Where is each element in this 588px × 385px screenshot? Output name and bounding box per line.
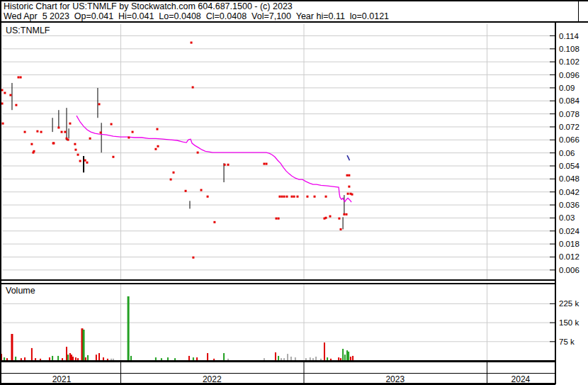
svg-text:0.09: 0.09 — [559, 84, 575, 92]
price-axis-labels: 0.1140.1080.1020.0960.090.0840.0780.0720… — [550, 32, 579, 274]
svg-text:0.03: 0.03 — [559, 213, 575, 222]
svg-text:0.054: 0.054 — [559, 162, 579, 170]
price-range-bars — [0, 83, 344, 229]
svg-text:0.114: 0.114 — [559, 32, 579, 40]
svg-text:2021: 2021 — [52, 374, 72, 384]
svg-text:0.048: 0.048 — [559, 174, 579, 183]
year-labels: 2021202220232024 — [52, 374, 531, 384]
svg-text:0.066: 0.066 — [559, 135, 579, 144]
svg-text:2024: 2024 — [511, 374, 531, 384]
last-trade-marker — [347, 155, 349, 160]
svg-text:0.108: 0.108 — [559, 45, 579, 53]
gridlines — [2, 24, 555, 360]
moving-average-line — [77, 116, 351, 202]
svg-text:0.018: 0.018 — [559, 240, 579, 248]
stock-chart-window: Historic Chart for US:TNMLF by Stockwatc… — [0, 0, 588, 385]
trade-price-dots — [1, 42, 354, 259]
svg-text:0.012: 0.012 — [559, 252, 579, 261]
volume-bars — [1, 296, 354, 360]
borders — [0, 0, 588, 385]
svg-text:2023: 2023 — [385, 374, 405, 384]
svg-text:0.06: 0.06 — [559, 149, 575, 157]
svg-text:0.078: 0.078 — [559, 110, 579, 118]
svg-text:2022: 2022 — [203, 374, 222, 384]
svg-text:225 k: 225 k — [559, 299, 579, 308]
svg-text:0.036: 0.036 — [559, 201, 579, 209]
svg-text:0.102: 0.102 — [559, 57, 579, 66]
svg-text:0.006: 0.006 — [559, 266, 579, 274]
svg-text:0.042: 0.042 — [559, 188, 579, 196]
svg-text:0.024: 0.024 — [559, 227, 579, 235]
volume-axis-labels: 225 k150 k75 k — [550, 299, 579, 345]
svg-text:0.084: 0.084 — [559, 96, 579, 105]
svg-text:0.096: 0.096 — [559, 71, 579, 79]
svg-text:0.072: 0.072 — [559, 123, 579, 131]
svg-text:150 k: 150 k — [559, 318, 579, 327]
svg-text:75 k: 75 k — [559, 337, 575, 346]
chart-canvas: 0.1140.1080.1020.0960.090.0840.0780.0720… — [0, 0, 588, 385]
